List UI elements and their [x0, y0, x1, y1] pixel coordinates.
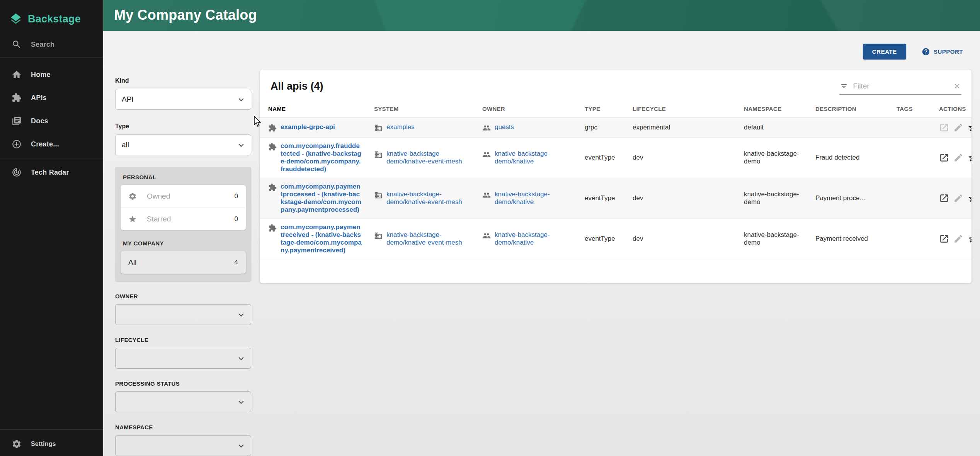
- tags-cell: [890, 219, 933, 259]
- star-icon[interactable]: [968, 153, 971, 163]
- entity-picker-panel: PERSONAL Owned 0 Starred 0 MY COM: [115, 167, 251, 281]
- entity-name-link[interactable]: com.mycompany.paymentreceived - (knative…: [281, 223, 362, 254]
- owner-link[interactable]: guests: [495, 123, 514, 131]
- system-link[interactable]: knative-backstage-demo/knative-event-mes…: [386, 150, 470, 165]
- owner-link[interactable]: knative-backstage-demo/knative: [495, 150, 572, 165]
- card-header: All apis (4): [260, 70, 971, 100]
- extension-icon: [268, 143, 277, 151]
- table-row: com.mycompany.paymentreceived - (knative…: [260, 219, 971, 259]
- column-header-system: SYSTEM: [368, 100, 476, 118]
- kind-select[interactable]: API: [115, 89, 251, 110]
- filter-item-starred[interactable]: Starred 0: [121, 208, 246, 230]
- processing-status-select[interactable]: [115, 391, 251, 412]
- kind-label: Kind: [115, 77, 251, 84]
- entity-name-link[interactable]: com.mycompany.paymentprocessed - (knativ…: [281, 183, 362, 214]
- column-header-description: DESCRIPTION: [809, 100, 890, 118]
- backstage-logo-icon: [9, 12, 22, 26]
- radar-icon: [12, 167, 22, 177]
- namespace-cell: default: [738, 118, 809, 138]
- column-header-type: TYPE: [578, 100, 626, 118]
- owner-link[interactable]: knative-backstage-demo/knative: [495, 231, 572, 247]
- chevron-down-icon: [236, 354, 246, 364]
- column-header-owner: OWNER: [476, 100, 578, 118]
- table-filter-input[interactable]: [853, 82, 948, 90]
- chevron-down-icon: [236, 397, 246, 407]
- table-title: All apis (4): [271, 80, 323, 92]
- open-in-new-icon[interactable]: [939, 234, 949, 244]
- open-in-new-icon[interactable]: [939, 193, 949, 203]
- filter-item-all[interactable]: All 4: [121, 251, 246, 274]
- tags-cell: [890, 118, 933, 138]
- sidebar-item-apis[interactable]: APIs: [0, 86, 103, 109]
- support-label: SUPPORT: [934, 48, 963, 55]
- filter-column: Kind API Type all PERSONAL Owned 0: [115, 77, 251, 456]
- page-header: My Company Catalog: [103, 0, 980, 31]
- extension-icon: [268, 183, 277, 192]
- filter-item-owned[interactable]: Owned 0: [121, 185, 246, 208]
- all-label: All: [128, 258, 235, 267]
- namespace-select[interactable]: [115, 435, 251, 456]
- type-cell: eventType: [578, 219, 626, 259]
- content-area: CREATE SUPPORT Kind API Type all PERSONA…: [103, 31, 980, 456]
- open-in-new-icon[interactable]: [939, 123, 949, 133]
- description-cell: Payment received: [809, 219, 890, 259]
- sidebar-settings-label: Settings: [31, 441, 56, 447]
- star-icon[interactable]: [968, 193, 971, 203]
- edit-icon[interactable]: [953, 123, 963, 133]
- system-link[interactable]: examples: [386, 123, 415, 131]
- processing-status-filter: PROCESSING STATUS: [115, 380, 251, 412]
- system-link[interactable]: knative-backstage-demo/knative-event-mes…: [386, 191, 470, 206]
- clear-filter-icon[interactable]: [953, 82, 961, 90]
- system-icon: [374, 150, 383, 159]
- table-row: example-grpc-apiexamplesguestsgrpcexperi…: [260, 118, 971, 138]
- column-header-name: NAME: [260, 100, 368, 118]
- column-header-tags: TAGS: [890, 100, 933, 118]
- docs-icon: [12, 116, 22, 126]
- lifecycle-cell: experimental: [626, 118, 738, 138]
- description-cell: [809, 118, 890, 138]
- company-section-title: MY COMPANY: [123, 240, 246, 247]
- owner-label: OWNER: [115, 293, 251, 299]
- help-icon: [922, 48, 930, 56]
- gear-icon: [128, 192, 137, 201]
- star-icon[interactable]: [968, 123, 971, 133]
- group-icon: [482, 191, 491, 199]
- sidebar-item-settings[interactable]: Settings: [0, 432, 103, 456]
- sidebar-item-home[interactable]: Home: [0, 63, 103, 86]
- starred-count: 0: [235, 215, 238, 223]
- open-in-new-icon[interactable]: [939, 153, 949, 163]
- create-button[interactable]: CREATE: [863, 44, 906, 60]
- star-icon: [128, 215, 137, 223]
- lifecycle-cell: dev: [626, 138, 738, 178]
- personal-section-title: PERSONAL: [123, 174, 246, 180]
- owner-select[interactable]: [115, 304, 251, 325]
- edit-icon[interactable]: [953, 234, 963, 244]
- personal-card: Owned 0 Starred 0: [121, 185, 246, 230]
- entity-name-link[interactable]: example-grpc-api: [281, 123, 335, 131]
- owner-filter: OWNER: [115, 293, 251, 325]
- entity-name-link[interactable]: com.mycompany.frauddetected - (knative-b…: [281, 142, 362, 173]
- sidebar-item-tech-radar[interactable]: Tech Radar: [0, 161, 103, 184]
- column-header-namespace: NAMESPACE: [738, 100, 809, 118]
- processing-status-label: PROCESSING STATUS: [115, 380, 251, 387]
- sidebar-item-docs[interactable]: Docs: [0, 109, 103, 133]
- chevron-down-icon: [236, 95, 246, 105]
- edit-icon[interactable]: [953, 193, 963, 203]
- type-select[interactable]: all: [115, 134, 251, 155]
- sidebar: Backstage Search HomeAPIsDocsCreate...Te…: [0, 0, 103, 456]
- star-icon[interactable]: [968, 234, 971, 244]
- lifecycle-select[interactable]: [115, 348, 251, 369]
- sidebar-search[interactable]: Search: [0, 34, 103, 55]
- sidebar-item-create[interactable]: Create...: [0, 133, 103, 156]
- chevron-down-icon: [236, 310, 246, 320]
- backstage-logo[interactable]: Backstage: [0, 0, 103, 28]
- sidebar-divider-bottom: [0, 429, 103, 430]
- lifecycle-filter: LIFECYCLE: [115, 337, 251, 369]
- system-link[interactable]: knative-backstage-demo/knative-event-mes…: [386, 231, 470, 247]
- edit-icon[interactable]: [953, 153, 963, 163]
- support-button[interactable]: SUPPORT: [922, 48, 963, 56]
- owner-link[interactable]: knative-backstage-demo/knative: [495, 191, 572, 206]
- group-icon: [482, 124, 491, 132]
- lifecycle-cell: dev: [626, 178, 738, 219]
- namespace-cell: knative-backstage-demo: [738, 219, 809, 259]
